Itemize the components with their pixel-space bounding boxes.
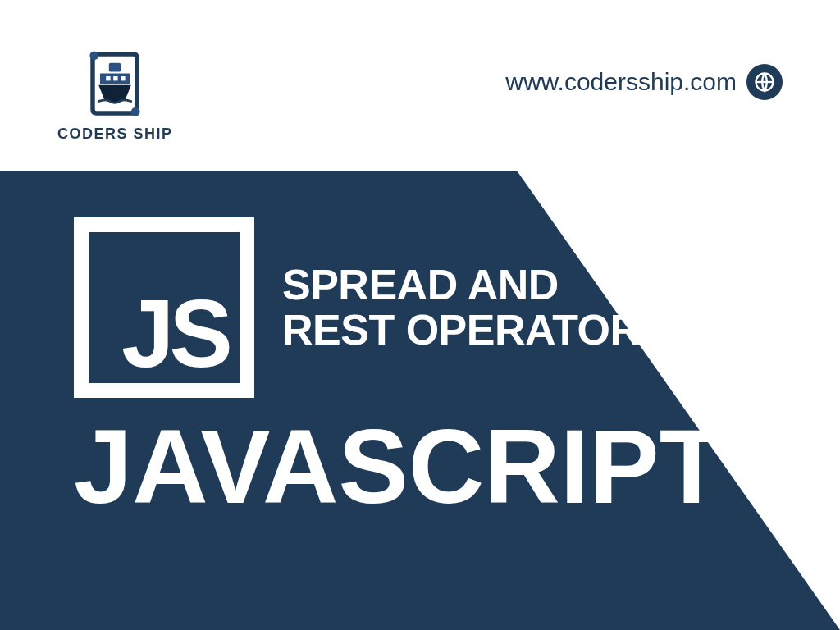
ship-logo-icon [78, 47, 152, 121]
language-title: JAVASCRIPT [74, 414, 724, 519]
website-url[interactable]: www.codersship.com [505, 64, 783, 100]
svg-point-1 [131, 107, 140, 116]
topic-line-1: SPREAD AND [282, 262, 669, 308]
svg-rect-4 [113, 76, 117, 80]
brand-name: CODERS SHIP [57, 126, 173, 143]
topic-line-2: REST OPERATORS [282, 308, 669, 353]
brand-logo: CODERS SHIP [57, 47, 173, 143]
topic-title: SPREAD AND REST OPERATORS [282, 262, 669, 353]
svg-point-0 [90, 51, 99, 60]
globe-icon [746, 64, 783, 100]
js-badge-text: JS [121, 286, 228, 381]
hero-content: JS SPREAD AND REST OPERATORS JAVASCRIPT [74, 217, 724, 519]
url-text: www.codersship.com [505, 68, 737, 96]
svg-rect-3 [106, 76, 110, 80]
svg-rect-5 [121, 76, 125, 80]
header: CODERS SHIP www.codersship.com [0, 0, 840, 189]
hero-row: JS SPREAD AND REST OPERATORS [74, 217, 724, 398]
svg-rect-2 [109, 62, 121, 71]
js-badge: JS [74, 217, 254, 398]
